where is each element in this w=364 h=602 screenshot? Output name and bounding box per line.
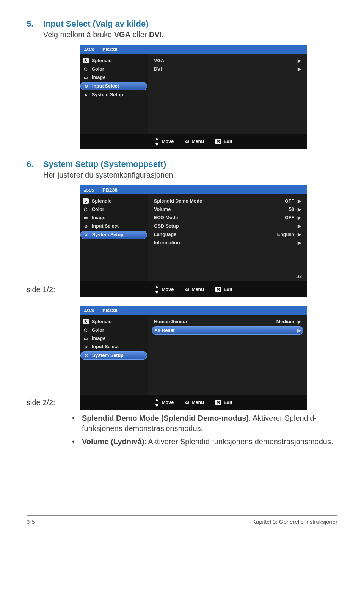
chevron-right-icon: ▶ [297, 215, 301, 220]
color-icon: ⬡ [83, 207, 89, 212]
image-icon: ▭ [83, 336, 89, 341]
bullet-list: Splendid Demo Mode (Splendid Demo-modus)… [72, 413, 337, 447]
osd-footer: ▲▼Move ⏎Menu SExit [80, 134, 307, 149]
chevron-right-icon: ▶ [297, 66, 301, 72]
updown-icon: ▲▼ [154, 397, 159, 408]
s-icon: S [215, 400, 221, 405]
svg-text:/ISUS: /ISUS [84, 188, 94, 192]
menu-item-splendid[interactable]: SSplendid [80, 318, 147, 325]
chevron-right-icon: ▶ [297, 58, 301, 63]
asus-logo-icon: /ISUS [84, 309, 99, 313]
osd-model: PB238 [102, 47, 118, 52]
option-information[interactable]: Information▶ [152, 239, 303, 247]
input-icon: ⊕ [83, 223, 89, 229]
image-icon: ▭ [83, 75, 89, 80]
enter-icon: ⏎ [185, 139, 189, 145]
color-icon: ⬡ [83, 327, 89, 333]
asus-logo-icon: /ISUS [84, 48, 99, 52]
option-human-sensor[interactable]: Human SensorMedium▶ [152, 318, 303, 325]
menu-item-system-setup[interactable]: ✕System Setup [80, 91, 147, 99]
s-icon: S [215, 139, 221, 144]
section6-heading: System Setup (Systemoppsett) [43, 159, 166, 169]
s-icon: S [83, 198, 89, 204]
option-language[interactable]: LanguageEnglish▶ [152, 231, 303, 238]
option-dvi[interactable]: DVI▶ [152, 65, 303, 73]
osd-right-panel: VGA▶ DVI▶ [148, 54, 307, 134]
chevron-right-icon: ▶ [297, 207, 301, 212]
menu-item-input-select[interactable]: ⊕Input Select [80, 82, 147, 90]
menu-item-system-setup[interactable]: ✕System Setup [80, 351, 147, 360]
option-splendid-demo[interactable]: Splendid Demo ModeOFF▶ [152, 197, 303, 205]
menu-item-input-select[interactable]: ⊕Input Select [80, 343, 147, 351]
section5-num: 5. [27, 19, 43, 29]
osd-right-panel: Human SensorMedium▶ All Reset▶ [148, 315, 307, 395]
enter-icon: ⏎ [185, 400, 189, 406]
osd-header: /ISUS PB238 [80, 306, 307, 315]
page-footer: 3-5 Kapittel 3: Generelle instruksjoner [27, 515, 337, 525]
enter-icon: ⏎ [185, 287, 189, 292]
side2-label: side 2/2: [27, 398, 80, 409]
option-all-reset[interactable]: All Reset▶ [152, 326, 303, 335]
chevron-right-icon: ▶ [297, 240, 301, 245]
osd-left-menu: SSplendid ⬡Color ▭Image ⊕Input Select ✕S… [80, 315, 148, 395]
osd-header: /ISUS PB238 [80, 45, 307, 54]
menu-item-color[interactable]: ⬡Color [80, 65, 147, 73]
option-vga[interactable]: VGA▶ [152, 57, 303, 64]
footer-chapter: Kapittel 3: Generelle instruksjoner [252, 519, 337, 525]
section6-desc: Her justerer du systemkonfigurasjonen. [43, 171, 337, 179]
option-volume[interactable]: Volume50▶ [152, 206, 303, 213]
setup-icon: ✕ [83, 232, 89, 237]
osd-header: /ISUS PB238 [80, 185, 307, 194]
svg-text:/ISUS: /ISUS [84, 309, 94, 313]
menu-item-color[interactable]: ⬡Color [80, 326, 147, 334]
section5-desc: Velg mellom å bruke VGA eller DVI. [43, 30, 337, 39]
chevron-right-icon: ▶ [297, 198, 301, 204]
menu-item-image[interactable]: ▭Image [80, 214, 147, 222]
osd-system-setup-p2: /ISUS PB238 SSplendid ⬡Color ▭Image ⊕Inp… [80, 306, 307, 410]
setup-icon: ✕ [83, 92, 89, 97]
osd-model: PB238 [102, 308, 118, 313]
input-icon: ⊕ [83, 83, 89, 89]
menu-item-color[interactable]: ⬡Color [80, 206, 147, 213]
section5-heading: Input Select (Valg av kilde) [43, 19, 149, 29]
option-osd-setup[interactable]: OSD Setup▶ [152, 222, 303, 230]
bullet-splendid-demo: Splendid Demo Mode (Splendid Demo-modus)… [72, 413, 337, 434]
osd-left-menu: SSplendid ⬡Color ▭Image ⊕Input Select ✕S… [80, 194, 148, 281]
asus-logo-icon: /ISUS [84, 188, 99, 192]
s-icon: S [83, 319, 89, 324]
chevron-right-icon: ▶ [296, 328, 301, 333]
menu-item-system-setup[interactable]: ✕System Setup [80, 231, 147, 239]
s-icon: S [215, 287, 221, 292]
chevron-right-icon: ▶ [297, 232, 301, 237]
section5-title: 5. Input Select (Valg av kilde) [27, 19, 337, 29]
footer-page-num: 3-5 [27, 519, 35, 525]
menu-item-splendid[interactable]: SSplendid [80, 57, 147, 64]
section6-num: 6. [27, 159, 43, 169]
image-icon: ▭ [83, 215, 89, 220]
side1-label: side 1/2: [27, 285, 80, 296]
osd-left-menu: SSplendid ⬡Color ▭Image ⊕Input Select ✕S… [80, 54, 148, 134]
setup-icon: ✕ [83, 353, 89, 358]
updown-icon: ▲▼ [154, 284, 159, 295]
bullet-volume: Volume (Lydnivå): Aktiverer Splendid-fun… [72, 437, 337, 447]
chevron-right-icon: ▶ [297, 319, 301, 324]
menu-item-splendid[interactable]: SSplendid [80, 197, 147, 205]
osd-model: PB238 [102, 187, 118, 193]
chevron-right-icon: ▶ [297, 223, 301, 229]
s-icon: S [83, 58, 89, 63]
option-eco-mode[interactable]: ECO ModeOFF▶ [152, 214, 303, 222]
input-icon: ⊕ [83, 344, 89, 349]
updown-icon: ▲▼ [154, 136, 159, 147]
osd-input-select: /ISUS PB238 SSplendid ⬡Color ▭Image ⊕Inp… [80, 45, 307, 149]
menu-item-input-select[interactable]: ⊕Input Select [80, 222, 147, 230]
menu-item-image[interactable]: ▭Image [80, 74, 147, 81]
svg-text:/ISUS: /ISUS [84, 48, 94, 52]
color-icon: ⬡ [83, 66, 89, 72]
page-indicator: 1/2 [295, 274, 302, 279]
menu-item-image[interactable]: ▭Image [80, 335, 147, 342]
osd-system-setup-p1: /ISUS PB238 SSplendid ⬡Color ▭Image ⊕Inp… [80, 185, 307, 297]
section6-title: 6. System Setup (Systemoppsett) [27, 159, 337, 169]
osd-right-panel: Splendid Demo ModeOFF▶ Volume50▶ ECO Mod… [148, 194, 307, 281]
